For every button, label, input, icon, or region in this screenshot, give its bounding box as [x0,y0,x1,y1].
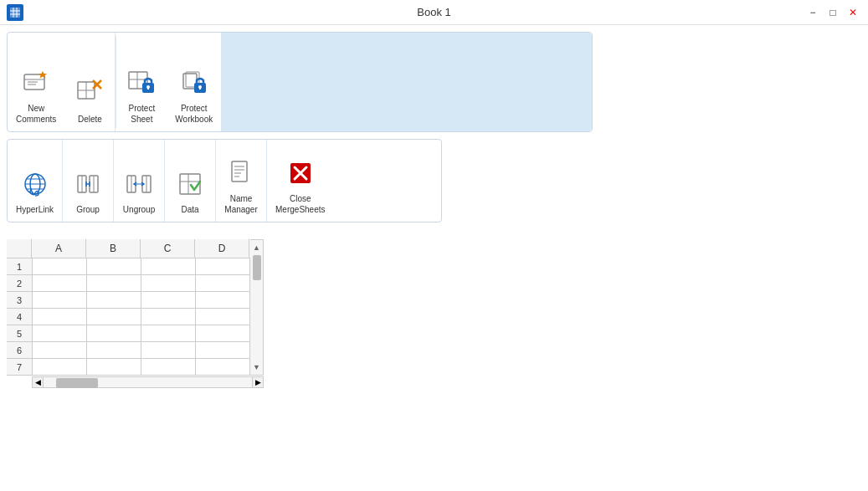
row-header-3: 3 [7,292,32,309]
cell-A2[interactable] [33,275,87,292]
data-icon [173,167,207,201]
cell-C5[interactable] [141,325,196,342]
header-spacer [7,239,32,258]
horizontal-scrollbar[interactable]: ◀ ▶ [32,376,264,389]
cell-D3[interactable] [196,292,250,309]
ribbon-group-name-manager: NameManager [216,140,267,222]
ribbon-group-comments: NewComments Delete [8,33,116,131]
cell-B5[interactable] [87,325,141,342]
delete-icon [73,77,106,110]
row-headers: 1 2 3 4 5 6 7 [7,258,33,376]
ungroup-label: Ungroup [123,204,155,215]
group-icon [71,167,105,201]
protect-workbook-button[interactable]: ProtectWorkbook [167,33,221,131]
new-comments-button[interactable]: NewComments [8,33,64,131]
cell-C6[interactable] [141,342,196,359]
svg-rect-0 [10,8,20,18]
cell-A7[interactable] [33,359,87,376]
close-button[interactable]: ✕ [845,5,861,20]
col-header-B: B [86,239,141,258]
cell-C7[interactable] [141,359,196,376]
name-manager-button[interactable]: NameManager [216,140,266,222]
scroll-track-horizontal [44,376,252,388]
delete-button[interactable]: Delete [64,33,115,131]
group-button[interactable]: Group [63,140,113,222]
ungroup-icon [122,167,156,201]
hyperlink-label: HyperLink [16,204,54,215]
data-button[interactable]: Data [165,140,215,222]
row-header-2: 2 [7,275,32,292]
data-label: Data [181,204,198,215]
cell-A6[interactable] [33,342,87,359]
row-header-6: 6 [7,342,32,359]
protect-workbook-icon [177,66,211,100]
col-header-A: A [32,239,86,258]
new-comments-label: NewComments [16,103,56,125]
ribbon-empty-area [222,33,592,131]
close-mergesheets-icon [284,156,317,190]
scroll-left-button[interactable]: ◀ [32,376,44,388]
hyperlink-button[interactable]: HyperLink [8,140,62,222]
scroll-up-button[interactable]: ▲ [253,242,260,253]
scroll-thumb-horizontal[interactable] [56,378,98,388]
cell-A4[interactable] [33,309,87,325]
minimize-button[interactable]: − [804,5,821,20]
ribbon-group-close: CloseMergeSheets [267,140,333,222]
cell-B6[interactable] [87,342,141,359]
scroll-down-button[interactable]: ▼ [253,361,260,373]
table-row [33,292,250,309]
cell-B7[interactable] [87,359,141,376]
column-headers: A B C D [7,239,250,258]
spreadsheet-grid: A B C D 1 2 3 4 5 6 7 [7,239,250,376]
cell-D7[interactable] [196,359,250,376]
cell-D1[interactable] [196,258,250,275]
cell-C1[interactable] [141,258,196,275]
cell-C4[interactable] [141,309,196,325]
cell-D4[interactable] [196,309,250,325]
ribbon-group-protect: ProtectSheet ProtectWorkboo [116,33,222,131]
cell-D6[interactable] [196,342,250,359]
ribbon-group-ungroup: Ungroup [114,140,165,222]
ribbon-group-group: Group [63,140,114,222]
cell-D5[interactable] [196,325,250,342]
group-label: Group [76,204,100,215]
cell-A3[interactable] [33,292,87,309]
title-bar: Book 1 − □ ✕ [0,0,868,25]
table-row [33,309,250,325]
scroll-right-button[interactable]: ▶ [252,376,264,388]
window-title: Book 1 [417,6,450,18]
cell-C2[interactable] [141,275,196,292]
cell-B1[interactable] [87,258,141,275]
ungroup-button[interactable]: Ungroup [114,140,164,222]
cell-B3[interactable] [87,292,141,309]
cell-B2[interactable] [87,275,141,292]
close-mergesheets-button[interactable]: CloseMergeSheets [267,140,333,222]
cell-B4[interactable] [87,309,141,325]
row-header-5: 5 [7,325,32,342]
table-row [33,325,250,342]
cell-C3[interactable] [141,292,196,309]
ribbon-panel-1: NewComments Delete [7,32,593,132]
maximize-button[interactable]: □ [824,5,841,20]
main-content: NewComments Delete [0,25,868,491]
ribbon-group-data: Data [165,140,216,222]
row-header-1: 1 [7,258,32,275]
spreadsheet-area: A B C D 1 2 3 4 5 6 7 [7,239,264,389]
protect-sheet-button[interactable]: ProtectSheet [116,33,167,131]
table-row [33,342,250,359]
close-mergesheets-label: CloseMergeSheets [275,193,325,215]
cells-area [33,258,250,376]
vertical-scrollbar[interactable]: ▲ ▼ [250,239,264,376]
cell-A5[interactable] [33,325,87,342]
cell-A1[interactable] [33,258,87,275]
row-header-4: 4 [7,309,32,325]
protect-workbook-label: ProtectWorkbook [175,103,213,125]
cell-D2[interactable] [196,275,250,292]
spreadsheet-with-scrollbar: A B C D 1 2 3 4 5 6 7 [7,239,264,376]
ribbon-group-hyperlink: HyperLink [8,140,63,222]
svg-rect-43 [232,161,247,182]
app-icon [7,4,23,21]
scroll-thumb-vertical[interactable] [253,255,261,280]
table-row [33,359,250,376]
spreadsheet-body: 1 2 3 4 5 6 7 [7,258,250,376]
